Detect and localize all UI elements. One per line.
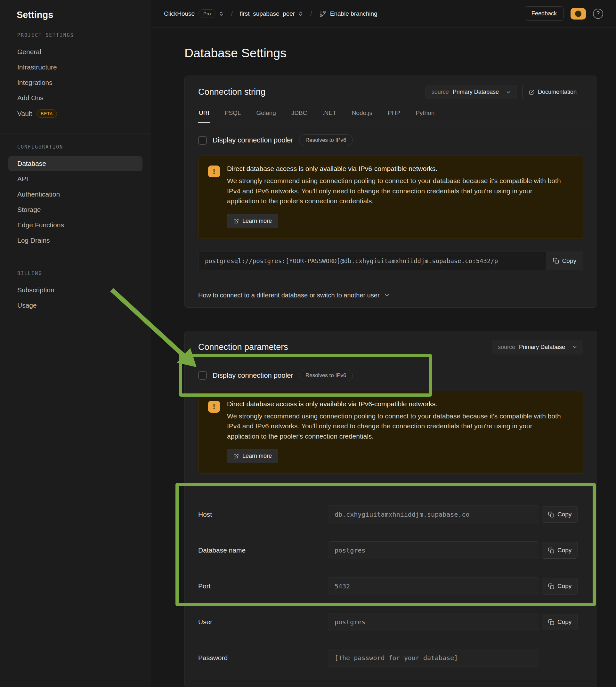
sidebar-item-general[interactable]: General <box>8 44 142 59</box>
documentation-button[interactable]: Documentation <box>522 85 584 99</box>
chevron-down-icon <box>572 345 577 350</box>
connect-help-toggle[interactable]: How to connect to a different database o… <box>185 283 597 307</box>
tab-python[interactable]: Python <box>415 104 435 123</box>
pooler-row: Display connection pooler Resolves to IP… <box>198 370 584 381</box>
tab-golang[interactable]: Golang <box>256 104 276 123</box>
enable-branching-label: Enable branching <box>330 10 377 17</box>
feedback-button[interactable]: Feedback <box>525 6 564 21</box>
copy-icon <box>548 583 554 589</box>
display-connection-pooler-checkbox[interactable] <box>198 371 207 380</box>
alert-body: We strongly recommend using connection p… <box>227 176 562 206</box>
tab-dotnet[interactable]: .NET <box>322 104 337 123</box>
project-breadcrumb[interactable]: first_supabase_peer <box>240 10 303 17</box>
source-select[interactable]: source Primary Database <box>425 85 517 99</box>
copy-button[interactable]: Copy <box>542 506 578 523</box>
connection-parameters-card: Connection parameters source Primary Dat… <box>184 331 597 687</box>
user-input[interactable] <box>328 613 539 631</box>
copy-label: Copy <box>562 258 576 264</box>
breadcrumb-separator: / <box>231 10 233 17</box>
param-row-port: Port Copy <box>198 577 584 595</box>
enable-branching-button[interactable]: Enable branching <box>319 10 377 17</box>
sidebar-item-label: API <box>17 175 28 183</box>
ipv6-alert: ! Direct database access is only availab… <box>198 391 584 474</box>
copy-button[interactable]: Copy <box>542 542 578 559</box>
param-label: Database name <box>198 547 328 554</box>
copy-button[interactable]: Copy <box>542 614 578 630</box>
learn-more-button[interactable]: Learn more <box>227 449 278 463</box>
sidebar-item-subscription[interactable]: Subscription <box>8 283 142 297</box>
alert-title: Direct database access is only available… <box>227 400 562 408</box>
project-name[interactable]: first_supabase_peer <box>240 10 295 17</box>
section-heading: BILLING <box>8 270 142 282</box>
plan-badge: Pro <box>198 9 216 18</box>
topbar-right: Feedback ? <box>525 6 603 21</box>
sidebar-item-database[interactable]: Database <box>8 156 142 171</box>
sidebar-item-log-drains[interactable]: Log Drains <box>8 233 142 248</box>
card-title: Connection string <box>198 87 265 97</box>
display-connection-pooler-checkbox[interactable] <box>198 136 207 145</box>
param-label: Password <box>198 654 328 662</box>
connection-parameter-fields: Host Copy Database name <box>185 487 597 687</box>
learn-more-button[interactable]: Learn more <box>227 214 278 228</box>
source-value: Primary Database <box>453 89 499 95</box>
chevron-down-icon <box>506 90 511 95</box>
breadcrumb-separator: / <box>310 10 312 17</box>
page-content: Database Settings Connection string sour… <box>151 27 616 687</box>
sidebar-item-label: Storage <box>17 206 41 214</box>
copy-button[interactable]: Copy <box>542 578 578 595</box>
section-project-settings: PROJECT SETTINGS General Infrastructure … <box>0 28 151 133</box>
connection-string-tabs: URI PSQL Golang JDBC .NET Node.js PHP Py… <box>185 101 597 123</box>
tab-psql[interactable]: PSQL <box>224 104 242 123</box>
external-link-icon <box>234 218 239 224</box>
alert-body: We strongly recommend using connection p… <box>227 411 562 441</box>
copy-label: Copy <box>557 619 572 625</box>
sidebar-item-label: Integrations <box>17 79 52 86</box>
host-input[interactable] <box>328 506 539 524</box>
sidebar-item-infrastructure[interactable]: Infrastructure <box>8 60 142 74</box>
source-label: source <box>432 89 449 95</box>
copy-label: Copy <box>557 547 572 554</box>
org-name[interactable]: ClickHouse <box>164 10 195 17</box>
tab-php[interactable]: PHP <box>387 104 401 123</box>
copy-icon <box>548 512 554 518</box>
section-billing: BILLING Subscription Usage <box>0 260 151 325</box>
sidebar-item-label: Infrastructure <box>17 63 57 71</box>
param-row-host: Host Copy <box>198 506 584 524</box>
connection-string-input[interactable] <box>198 252 546 270</box>
sidebar-item-label: Log Drains <box>17 237 50 244</box>
param-label: User <box>198 618 328 626</box>
sidebar-item-label: Vault <box>17 110 32 117</box>
tab-nodejs[interactable]: Node.js <box>351 104 373 123</box>
sidebar-item-add-ons[interactable]: Add Ons <box>8 91 142 105</box>
sidebar-item-integrations[interactable]: Integrations <box>8 75 142 90</box>
password-input[interactable] <box>328 649 539 667</box>
connection-string-card: Connection string source Primary Databas… <box>184 75 597 308</box>
sidebar-item-authentication[interactable]: Authentication <box>8 187 142 202</box>
help-icon[interactable]: ? <box>593 9 603 19</box>
sidebar-item-edge-functions[interactable]: Edge Functions <box>8 218 142 232</box>
org-breadcrumb[interactable]: ClickHouse Pro <box>164 9 224 18</box>
account-avatar[interactable] <box>571 8 586 20</box>
sidebar-item-vault[interactable]: Vault BETA <box>8 106 142 121</box>
copy-button[interactable]: Copy <box>546 252 584 270</box>
copy-label: Copy <box>557 511 572 518</box>
tab-jdbc[interactable]: JDBC <box>291 104 308 123</box>
source-select[interactable]: source Primary Database <box>492 340 584 354</box>
database-name-input[interactable] <box>328 541 539 559</box>
sidebar-item-usage[interactable]: Usage <box>8 298 142 313</box>
sidebar-item-api[interactable]: API <box>8 172 142 186</box>
copy-icon <box>553 258 559 264</box>
port-input[interactable] <box>328 577 539 595</box>
ipv6-alert: ! Direct database access is only availab… <box>198 156 584 239</box>
sidebar-item-storage[interactable]: Storage <box>8 202 142 217</box>
beta-badge: BETA <box>37 110 57 118</box>
chevron-selector-icon[interactable] <box>219 11 224 16</box>
tab-uri[interactable]: URI <box>198 104 210 123</box>
chevron-selector-icon[interactable] <box>298 11 303 16</box>
uri-row: Copy <box>198 252 584 270</box>
sidebar-item-label: General <box>17 48 41 56</box>
settings-title: Settings <box>0 0 151 28</box>
sidebar-item-label: Add Ons <box>17 94 44 102</box>
alert-title: Direct database access is only available… <box>227 165 562 173</box>
sidebar-item-label: Database <box>17 160 46 168</box>
